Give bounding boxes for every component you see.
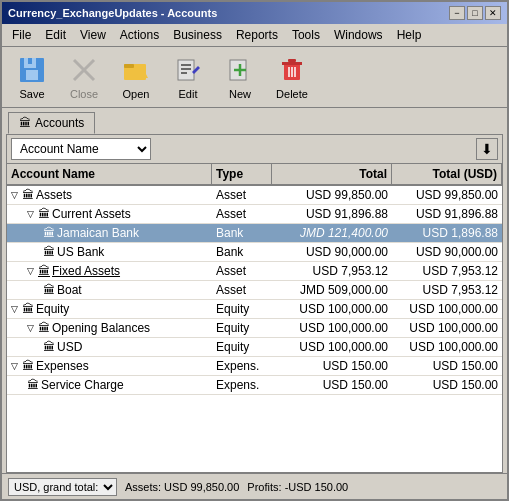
tab-accounts[interactable]: 🏛 Accounts [8,112,95,134]
table-row[interactable]: 🏛 Jamaican Bank Bank JMD 121,400.00 USD … [7,224,502,243]
menu-tools[interactable]: Tools [286,26,326,44]
type-cell: Bank [212,243,272,262]
save-label: Save [19,88,44,100]
table-row[interactable]: 🏛 US Bank Bank USD 90,000.00 USD 90,000.… [7,243,502,262]
total-cell: USD 100,000.00 [272,338,392,357]
row-icon: 🏛 [43,226,55,240]
menu-file[interactable]: File [6,26,37,44]
svg-rect-2 [26,70,38,80]
type-cell: Asset [212,262,272,281]
save-button[interactable]: Save [8,51,56,103]
account-name-cell: ▽ 🏛 Expenses [7,357,212,376]
new-icon [224,54,256,86]
delete-button[interactable]: Delete [268,51,316,103]
menu-business[interactable]: Business [167,26,228,44]
type-cell: Bank [212,224,272,243]
minimize-button[interactable]: − [449,6,465,20]
total-usd-cell: USD 100,000.00 [392,319,502,338]
svg-rect-18 [282,62,302,65]
filter-row: Account Name Account Code Description ⬇ [7,135,502,164]
open-label: Open [123,88,150,100]
menu-help[interactable]: Help [391,26,428,44]
tab-bar: 🏛 Accounts [2,108,507,134]
table-row[interactable]: ▽ 🏛 Opening Balances Equity USD 100,000.… [7,319,502,338]
window-title: Currency_ExchangeUpdates - Accounts [8,7,217,19]
table-body: ▽ 🏛 Assets Asset USD 99,850.00 USD 99,85… [7,186,502,472]
type-cell: Asset [212,281,272,300]
edit-icon [172,54,204,86]
menu-edit[interactable]: Edit [39,26,72,44]
row-icon: 🏛 [22,359,34,373]
total-usd-cell: USD 7,953.12 [392,281,502,300]
total-usd-cell: USD 150.00 [392,376,502,395]
total-cell: USD 91,896.88 [272,205,392,224]
account-name-cell: ▽ 🏛 Current Assets [7,205,212,224]
expand-icon: ▽ [11,361,18,371]
status-bar: USD, grand total: Assets: USD 99,850.00 … [2,473,507,499]
account-name-filter[interactable]: Account Name Account Code Description [11,138,151,160]
total-usd-cell: USD 100,000.00 [392,338,502,357]
row-icon: 🏛 [22,188,34,202]
accounts-tab-label: Accounts [35,116,84,130]
menu-actions[interactable]: Actions [114,26,165,44]
table-row[interactable]: 🏛 USD Equity USD 100,000.00 USD 100,000.… [7,338,502,357]
currency-select[interactable]: USD, grand total: [8,478,117,496]
table-row[interactable]: ▽ 🏛 Fixed Assets Asset USD 7,953.12 USD … [7,262,502,281]
main-window: Currency_ExchangeUpdates - Accounts − □ … [0,0,509,501]
table-row[interactable]: ▽ 🏛 Assets Asset USD 99,850.00 USD 99,85… [7,186,502,205]
menu-view[interactable]: View [74,26,112,44]
expand-icon: ▽ [27,323,34,333]
edit-button[interactable]: Edit [164,51,212,103]
close-icon [68,54,100,86]
expand-icon: ▽ [27,266,34,276]
svg-rect-7 [124,64,134,68]
type-cell: Asset [212,186,272,205]
type-cell: Expens. [212,376,272,395]
total-cell: USD 150.00 [272,376,392,395]
total-usd-cell: USD 1,896.88 [392,224,502,243]
close-label: Close [70,88,98,100]
title-bar: Currency_ExchangeUpdates - Accounts − □ … [2,2,507,24]
table-row[interactable]: 🏛 Boat Asset JMD 509,000.00 USD 7,953.12 [7,281,502,300]
total-usd-cell: USD 99,850.00 [392,186,502,205]
table-row[interactable]: ▽ 🏛 Current Assets Asset USD 91,896.88 U… [7,205,502,224]
account-name-cell: 🏛 Service Charge [7,376,212,395]
download-button[interactable]: ⬇ [476,138,498,160]
total-usd-cell: USD 7,953.12 [392,262,502,281]
account-name-cell: ▽ 🏛 Equity [7,300,212,319]
total-cell: JMD 121,400.00 [272,224,392,243]
close-button[interactable]: Close [60,51,108,103]
total-cell: USD 150.00 [272,357,392,376]
total-cell: JMD 509,000.00 [272,281,392,300]
assets-status: Assets: USD 99,850.00 [125,481,239,493]
new-button[interactable]: New [216,51,264,103]
expand-icon: ▽ [11,304,18,314]
col-total-usd: Total (USD) [392,164,502,184]
delete-icon [276,54,308,86]
menu-reports[interactable]: Reports [230,26,284,44]
row-icon: 🏛 [43,340,55,354]
table-header: Account Name Type Total Total (USD) [7,164,502,186]
svg-rect-3 [28,58,32,64]
row-icon: 🏛 [22,302,34,316]
new-label: New [229,88,251,100]
row-icon: 🏛 [38,264,50,278]
account-name-cell: ▽ 🏛 Fixed Assets [7,262,212,281]
table-row[interactable]: ▽ 🏛 Expenses Expens. USD 150.00 USD 150.… [7,357,502,376]
total-cell: USD 100,000.00 [272,319,392,338]
account-name-cell: 🏛 Boat [7,281,212,300]
col-account-name: Account Name [7,164,212,184]
total-usd-cell: USD 150.00 [392,357,502,376]
maximize-button[interactable]: □ [467,6,483,20]
table-row[interactable]: 🏛 Service Charge Expens. USD 150.00 USD … [7,376,502,395]
menu-windows[interactable]: Windows [328,26,389,44]
expand-icon: ▽ [11,190,18,200]
col-total: Total [272,164,392,184]
expand-icon: ▽ [27,209,34,219]
close-button[interactable]: ✕ [485,6,501,20]
table-row[interactable]: ▽ 🏛 Equity Equity USD 100,000.00 USD 100… [7,300,502,319]
total-cell: USD 90,000.00 [272,243,392,262]
total-cell: USD 100,000.00 [272,300,392,319]
open-button[interactable]: Open [112,51,160,103]
row-icon: 🏛 [38,321,50,335]
